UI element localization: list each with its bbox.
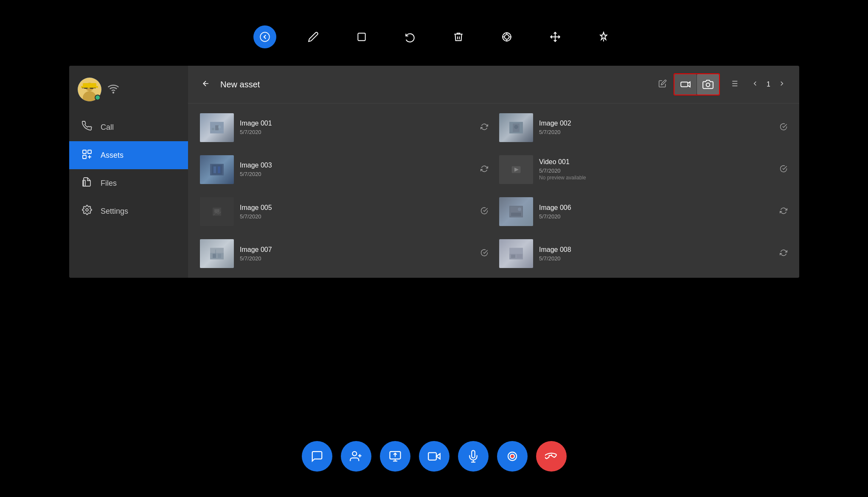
chat-button[interactable] — [302, 441, 332, 472]
view-toggle-group — [674, 73, 720, 95]
app-window: Call Assets — [69, 66, 799, 278]
next-page-button[interactable] — [775, 78, 789, 91]
svg-point-52 — [518, 208, 521, 211]
svg-rect-57 — [218, 254, 221, 258]
pin-toolbar-button[interactable] — [592, 25, 615, 48]
online-indicator — [95, 95, 101, 101]
asset-name: Image 008 — [539, 246, 772, 254]
asset-thumbnail — [499, 197, 533, 226]
video-call-button[interactable] — [419, 441, 449, 472]
sidebar-item-call-label: Call — [101, 123, 114, 132]
move-toolbar-button[interactable] — [544, 25, 567, 48]
back-button[interactable] — [198, 78, 213, 92]
asset-info: Image 001 5/7/2020 — [240, 120, 473, 135]
list-item[interactable]: Video 001 5/7/2020 No preview available — [494, 149, 792, 190]
asset-header: New asset — [188, 66, 799, 103]
svg-rect-55 — [210, 253, 224, 260]
mic-button[interactable] — [458, 441, 489, 472]
svg-rect-42 — [212, 165, 222, 174]
svg-rect-44 — [218, 166, 220, 173]
video-view-button[interactable] — [674, 74, 697, 95]
sidebar-item-assets-label: Assets — [101, 151, 124, 160]
svg-rect-25 — [681, 82, 688, 87]
asset-thumbnail — [200, 113, 234, 142]
asset-date: 5/7/2020 — [539, 129, 772, 135]
sidebar-item-call[interactable]: Call — [69, 113, 188, 141]
list-item[interactable]: Image 008 5/7/2020 — [494, 233, 792, 274]
sync-icon — [780, 207, 787, 216]
settings-icon — [81, 205, 93, 218]
delete-toolbar-button[interactable] — [447, 25, 470, 48]
sidebar: Call Assets — [69, 66, 188, 278]
share-screen-button[interactable] — [380, 441, 410, 472]
asset-info: Video 001 5/7/2020 No preview available — [539, 158, 772, 181]
svg-rect-34 — [215, 125, 219, 130]
svg-rect-61 — [511, 255, 515, 258]
user-profile-area — [69, 70, 188, 113]
svg-point-63 — [352, 452, 357, 456]
list-item[interactable]: Image 007 5/7/2020 — [195, 233, 493, 274]
asset-date: 5/7/2020 — [240, 213, 473, 220]
sidebar-navigation: Call Assets — [69, 113, 188, 225]
svg-rect-22 — [83, 155, 86, 159]
draw-toolbar-button[interactable] — [302, 25, 325, 48]
sync-icon — [780, 249, 787, 258]
list-item[interactable]: Image 003 5/7/2020 — [195, 149, 493, 190]
top-toolbar — [253, 25, 615, 48]
sync-icon — [480, 123, 488, 132]
prev-page-button[interactable] — [748, 78, 762, 91]
asset-thumbnail — [200, 155, 234, 184]
check-icon — [780, 123, 787, 132]
list-item[interactable]: Image 006 5/7/2020 — [494, 191, 792, 232]
list-item[interactable]: Image 005 5/7/2020 — [195, 191, 493, 232]
sidebar-item-assets[interactable]: Assets — [69, 141, 188, 169]
svg-rect-53 — [511, 213, 521, 216]
svg-marker-70 — [436, 454, 440, 459]
asset-info: Image 003 5/7/2020 — [240, 162, 473, 177]
svg-rect-21 — [88, 150, 91, 154]
undo-toolbar-button[interactable] — [399, 25, 421, 48]
asset-no-preview: No preview available — [539, 175, 772, 181]
asset-thumbnail — [200, 239, 234, 268]
svg-rect-58 — [215, 250, 216, 255]
svg-rect-18 — [81, 86, 98, 88]
back-toolbar-button[interactable] — [253, 25, 276, 48]
files-icon — [81, 177, 93, 190]
svg-point-24 — [86, 209, 88, 211]
target-toolbar-button[interactable] — [495, 25, 518, 48]
check-icon — [480, 249, 488, 258]
svg-rect-71 — [428, 452, 436, 460]
camera-view-button[interactable] — [697, 74, 719, 95]
add-people-button[interactable] — [341, 441, 371, 472]
asset-name: Image 003 — [240, 162, 473, 169]
asset-date: 5/7/2020 — [539, 168, 772, 174]
asset-thumbnail — [499, 155, 533, 184]
asset-name: Image 007 — [240, 246, 473, 254]
asset-info: Image 006 5/7/2020 — [539, 204, 772, 220]
stop-toolbar-button[interactable] — [350, 25, 373, 48]
list-item[interactable]: Image 001 5/7/2020 — [195, 107, 493, 148]
asset-name: Image 002 — [539, 120, 772, 127]
asset-thumbnail — [499, 239, 533, 268]
assets-icon — [81, 149, 93, 162]
header-actions: 1 — [674, 73, 789, 95]
list-view-button[interactable] — [723, 75, 744, 94]
asset-date: 5/7/2020 — [539, 255, 772, 262]
asset-date: 5/7/2020 — [240, 129, 473, 135]
sidebar-item-settings[interactable]: Settings — [69, 197, 188, 225]
asset-info: Image 005 5/7/2020 — [240, 204, 473, 220]
svg-point-3 — [504, 35, 509, 39]
end-call-button[interactable] — [536, 441, 567, 472]
page-number: 1 — [767, 81, 770, 88]
svg-rect-1 — [358, 33, 365, 40]
record-button[interactable] — [497, 441, 528, 472]
list-item[interactable]: Image 002 5/7/2020 — [494, 107, 792, 148]
edit-icon[interactable] — [658, 79, 667, 90]
sidebar-item-files[interactable]: Files — [69, 169, 188, 197]
bottom-call-bar — [302, 441, 567, 472]
main-content: New asset — [188, 66, 799, 278]
phone-icon — [81, 121, 93, 134]
svg-point-36 — [218, 126, 221, 128]
svg-rect-35 — [212, 128, 214, 130]
sync-icon — [480, 165, 488, 174]
